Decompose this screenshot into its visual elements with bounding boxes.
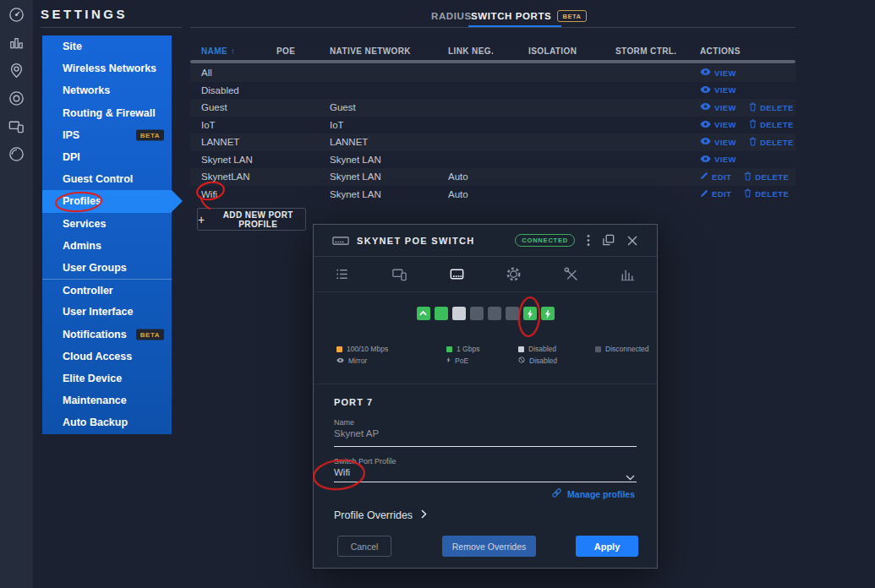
port-7[interactable]	[523, 307, 537, 320]
stats-icon[interactable]	[619, 265, 637, 283]
table-row[interactable]: Guest Guest VIEW DELETE	[190, 99, 796, 117]
table-row[interactable]: LANNET LANNET VIEW DELETE	[190, 133, 796, 151]
mirror-eye-icon	[336, 357, 344, 365]
modal-section-divider	[314, 384, 657, 384]
sidebar-item-site[interactable]: Site	[42, 35, 172, 57]
dashboard-icon[interactable]	[8, 6, 25, 24]
tab-radius[interactable]: RADIUS	[431, 11, 472, 21]
eye-icon	[700, 68, 711, 78]
insights-icon[interactable]	[8, 145, 25, 163]
settings-gear-icon[interactable]	[505, 265, 522, 283]
clients-icon[interactable]	[391, 265, 408, 283]
sidebar-item-dpi[interactable]: DPI	[42, 146, 172, 168]
view-button[interactable]: VIEW	[700, 155, 736, 165]
sidebar-item-notifications[interactable]: NotificationsBETA	[42, 323, 172, 345]
port-5[interactable]	[488, 307, 501, 320]
sidebar-item-guest-control[interactable]: Guest Control	[42, 168, 172, 190]
list-icon[interactable]	[334, 265, 352, 283]
table-row[interactable]: Wifi Skynet LAN Auto EDIT DELETE	[190, 186, 796, 204]
sidebar-item-networks[interactable]: Networks	[42, 79, 172, 101]
sidebar-item-admins[interactable]: Admins	[42, 235, 172, 257]
beta-badge: BETA	[557, 10, 586, 22]
sidebar-item-controller[interactable]: Controller	[42, 279, 172, 301]
sidebar-item-cloud-access[interactable]: Cloud Access	[42, 346, 172, 368]
column-header-link-neg[interactable]: LINK NEG.	[448, 46, 528, 56]
port-6[interactable]	[506, 307, 519, 320]
column-header-name[interactable]: NAME↑	[201, 46, 276, 56]
column-header-actions: ACTIONS	[700, 46, 796, 56]
column-header-isolation[interactable]: ISOLATION	[528, 46, 615, 56]
delete-button[interactable]: DELETE	[744, 172, 789, 182]
sidebar-item-profiles[interactable]: Profiles	[42, 190, 172, 212]
port-3[interactable]	[452, 307, 466, 320]
eye-icon	[700, 155, 711, 165]
eye-icon	[700, 120, 711, 130]
view-button[interactable]: VIEW	[700, 102, 736, 112]
sidebar-item-maintenance[interactable]: Maintenance	[42, 389, 172, 411]
link-icon	[551, 487, 562, 500]
legend-item: Disabled	[518, 345, 595, 353]
column-header-poe[interactable]: POE	[276, 46, 330, 56]
swatch-100mbps	[336, 346, 342, 352]
view-button[interactable]: VIEW	[700, 120, 736, 130]
add-new-port-profile-button[interactable]: + ADD NEW PORT PROFILE	[197, 208, 306, 231]
port-2[interactable]	[435, 307, 448, 320]
remove-overrides-button[interactable]: Remove Overrides	[442, 536, 536, 557]
table-row[interactable]: SkynetLAN Skynet LAN Auto EDIT DELETE	[190, 168, 796, 186]
sidebar-item-routing-firewall[interactable]: Routing & Firewall	[42, 102, 172, 124]
settings-sidebar: Site Wireless Networks Networks Routing …	[42, 35, 172, 434]
sidebar-item-user-interface[interactable]: User Interface	[42, 301, 172, 323]
sidebar-item-wireless-networks[interactable]: Wireless Networks	[42, 57, 172, 79]
modal-title: SKYNET POE SWITCH	[357, 236, 474, 246]
delete-button[interactable]: DELETE	[749, 102, 794, 113]
horizontal-scrollbar[interactable]	[190, 60, 796, 63]
edit-button[interactable]: EDIT	[700, 172, 731, 182]
statistics-icon[interactable]	[8, 34, 25, 52]
view-button[interactable]: VIEW	[700, 137, 736, 147]
view-button[interactable]: VIEW	[700, 68, 736, 78]
sidebar-item-services[interactable]: Services	[42, 213, 172, 235]
column-header-storm-ctrl[interactable]: STORM CTRL.	[615, 46, 700, 56]
port-4[interactable]	[470, 307, 484, 320]
legend-item: Mirror	[336, 357, 446, 365]
map-icon[interactable]	[8, 62, 25, 79]
edit-button[interactable]: EDIT	[700, 189, 731, 199]
close-icon[interactable]	[626, 235, 638, 247]
devices-icon[interactable]	[8, 90, 25, 107]
port-profiles-table: NAME↑ POE NATIVE NETWORK LINK NEG. ISOLA…	[190, 42, 796, 203]
apply-button[interactable]: Apply	[576, 536, 638, 557]
table-row[interactable]: Skynet LAN Skynet LAN VIEW	[190, 151, 796, 169]
table-row[interactable]: IoT IoT VIEW DELETE	[190, 117, 796, 134]
table-row[interactable]: Disabled VIEW	[190, 82, 796, 100]
sidebar-item-auto-backup[interactable]: Auto Backup	[42, 411, 172, 433]
column-header-native-network[interactable]: NATIVE NETWORK	[330, 46, 448, 56]
sidebar-item-elite-device[interactable]: Elite Device	[42, 368, 172, 389]
popout-window-icon[interactable]	[601, 233, 615, 248]
tab-switch-ports[interactable]: SWITCH PORTS BETA	[471, 10, 587, 22]
delete-button[interactable]: DELETE	[744, 188, 789, 199]
kebab-menu-icon[interactable]	[587, 234, 590, 247]
ports-icon[interactable]	[448, 265, 466, 283]
table-row[interactable]: All VIEW	[190, 64, 796, 82]
view-button[interactable]: VIEW	[700, 85, 736, 95]
cell-name-wifi: Wifi	[201, 189, 276, 199]
cancel-button[interactable]: Cancel	[337, 536, 391, 557]
clients-icon[interactable]	[8, 117, 25, 135]
legend-item: 1 Gbps	[446, 345, 518, 353]
sidebar-item-user-groups[interactable]: User Groups	[42, 257, 172, 279]
eye-icon	[700, 85, 711, 95]
pencil-icon	[700, 172, 708, 182]
tools-icon[interactable]	[562, 265, 580, 283]
port-8[interactable]	[541, 307, 555, 320]
delete-button[interactable]: DELETE	[749, 119, 794, 130]
cell-name: All	[201, 68, 276, 78]
sidebar-item-ips[interactable]: IPSBETA	[42, 124, 172, 146]
port-1[interactable]	[417, 307, 430, 320]
name-field[interactable]: Skynet AP	[334, 428, 379, 438]
switch-port-profile-select[interactable]: Wifi	[334, 467, 350, 477]
slash-circle-icon	[518, 357, 525, 365]
manage-profiles-link[interactable]: Manage profiles	[551, 487, 635, 500]
profile-overrides-toggle[interactable]: Profile Overrides	[334, 509, 427, 521]
tabs-divider	[190, 27, 796, 28]
delete-button[interactable]: DELETE	[749, 137, 794, 148]
